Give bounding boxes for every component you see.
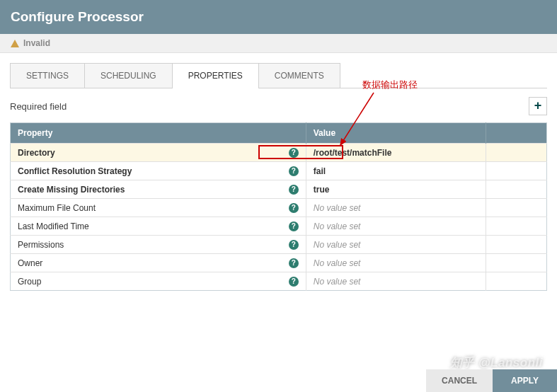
content-area: SETTINGS SCHEDULING PROPERTIES COMMENTS … <box>0 53 557 291</box>
tab-settings[interactable]: SETTINGS <box>10 63 85 88</box>
status-text: Invalid <box>23 38 50 48</box>
table-row[interactable]: Maximum File Count?No value set <box>11 199 547 217</box>
tab-properties[interactable]: PROPERTIES <box>172 63 259 88</box>
required-field-label: Required field <box>10 101 67 112</box>
property-value-cell[interactable]: No value set <box>306 217 486 236</box>
annotation-label: 数据输出路径 <box>362 79 418 91</box>
property-value-text: No value set <box>314 221 361 231</box>
extra-cell <box>486 199 547 217</box>
cancel-button[interactable]: CANCEL <box>426 369 493 392</box>
property-name-cell: Owner <box>11 254 259 272</box>
col-header-property: Property <box>11 123 306 144</box>
tab-bar: SETTINGS SCHEDULING PROPERTIES COMMENTS <box>10 63 547 88</box>
help-cell: ? <box>259 180 306 199</box>
help-cell: ? <box>259 199 306 217</box>
help-icon[interactable]: ? <box>289 240 299 250</box>
help-icon[interactable]: ? <box>289 203 299 213</box>
add-property-button[interactable]: + <box>529 97 547 115</box>
help-icon[interactable]: ? <box>289 277 299 287</box>
property-value-text: No value set <box>314 240 361 250</box>
property-value-text: /root/test/matchFile <box>314 148 392 158</box>
property-value-text: fail <box>314 166 326 176</box>
table-row[interactable]: Owner?No value set <box>11 254 547 272</box>
footer-buttons: CANCEL APPLY <box>426 369 557 392</box>
tab-scheduling[interactable]: SCHEDULING <box>84 63 173 88</box>
panel-top: Required field + <box>10 88 547 122</box>
property-name-cell: Last Modified Time <box>11 217 259 236</box>
property-value-cell[interactable]: No value set <box>306 236 486 254</box>
watermark: 知乎 @Lansonli <box>450 354 543 371</box>
table-row[interactable]: Directory?/root/test/matchFile <box>11 144 547 162</box>
apply-button[interactable]: APPLY <box>493 369 557 392</box>
help-cell: ? <box>259 254 306 272</box>
help-icon[interactable]: ? <box>289 166 299 176</box>
dialog-header: Configure Processor <box>0 0 557 34</box>
extra-cell <box>486 217 547 236</box>
property-value-text: No value set <box>314 203 361 213</box>
property-value-cell[interactable]: fail <box>306 162 486 180</box>
table-row[interactable]: Conflict Resolution Strategy?fail <box>11 162 547 180</box>
property-value-cell[interactable]: No value set <box>306 272 486 291</box>
table-row[interactable]: Last Modified Time?No value set <box>11 217 547 236</box>
extra-cell <box>486 272 547 291</box>
table-row[interactable]: Create Missing Directories?true <box>11 180 547 199</box>
col-header-value: Value <box>306 123 486 144</box>
extra-cell <box>486 254 547 272</box>
property-value-cell[interactable]: No value set <box>306 199 486 217</box>
property-value-text: true <box>314 185 330 195</box>
property-value-text: No value set <box>314 277 361 287</box>
status-bar: Invalid <box>0 34 557 53</box>
help-cell: ? <box>259 144 306 162</box>
table-row[interactable]: Permissions?No value set <box>11 236 547 254</box>
properties-table: Property Value Directory?/root/test/matc… <box>10 122 547 291</box>
property-value-text: No value set <box>314 258 361 268</box>
extra-cell <box>486 162 547 180</box>
property-value-cell[interactable]: /root/test/matchFile <box>306 144 486 162</box>
help-cell: ? <box>259 236 306 254</box>
table-row[interactable]: Group?No value set <box>11 272 547 291</box>
property-name-cell: Create Missing Directories <box>11 180 259 199</box>
tab-comments[interactable]: COMMENTS <box>258 63 340 88</box>
property-name-cell: Directory <box>11 144 259 162</box>
help-cell: ? <box>259 162 306 180</box>
help-icon[interactable]: ? <box>289 148 299 158</box>
help-icon[interactable]: ? <box>289 258 299 268</box>
help-cell: ? <box>259 272 306 291</box>
help-cell: ? <box>259 217 306 236</box>
dialog-title: Configure Processor <box>11 9 144 24</box>
col-header-extra <box>486 123 547 144</box>
property-name-cell: Permissions <box>11 236 259 254</box>
property-value-cell[interactable]: true <box>306 180 486 199</box>
property-name-cell: Maximum File Count <box>11 199 259 217</box>
extra-cell <box>486 144 547 162</box>
extra-cell <box>486 236 547 254</box>
property-name-cell: Conflict Resolution Strategy <box>11 162 259 180</box>
extra-cell <box>486 180 547 199</box>
help-icon[interactable]: ? <box>289 221 299 231</box>
help-icon[interactable]: ? <box>289 185 299 195</box>
property-value-cell[interactable]: No value set <box>306 254 486 272</box>
property-name-cell: Group <box>11 272 259 291</box>
warning-icon <box>11 40 19 47</box>
